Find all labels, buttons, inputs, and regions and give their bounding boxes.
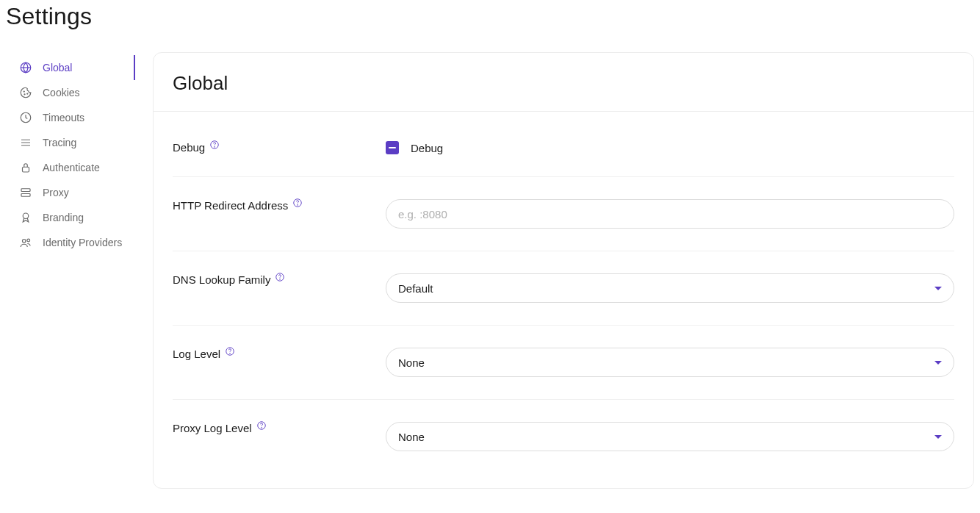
settings-sidebar: Global Cookies Timeouts Tracing [6,52,135,489]
svg-rect-5 [23,167,29,172]
svg-rect-6 [21,189,30,192]
field-dns-lookup: DNS Lookup Family Default [173,251,954,326]
sidebar-item-cookies[interactable]: Cookies [6,80,135,105]
select-value: None [398,431,425,443]
label-text: Proxy Log Level [173,422,252,434]
help-icon[interactable] [292,198,303,208]
svg-point-14 [298,204,298,205]
sidebar-item-identity-providers[interactable]: Identity Providers [6,230,135,255]
svg-point-20 [261,427,262,428]
help-icon[interactable] [225,346,235,356]
badge-icon [19,211,32,224]
field-label-http-redirect: HTTP Redirect Address [173,199,386,212]
globe-icon [19,61,32,74]
sidebar-item-label: Branding [43,212,84,223]
page-title: Settings [6,3,974,30]
label-text: DNS Lookup Family [173,273,270,286]
debug-checkbox[interactable] [386,141,399,154]
svg-point-2 [24,94,25,95]
select-value: Default [398,282,433,295]
field-http-redirect: HTTP Redirect Address [173,177,954,251]
field-label-dns: DNS Lookup Family [173,273,386,286]
sidebar-item-timeouts[interactable]: Timeouts [6,105,135,130]
chevron-down-icon [934,287,942,290]
field-label-log-level: Log Level [173,348,386,360]
label-text: HTTP Redirect Address [173,199,288,212]
sidebar-item-label: Global [43,62,72,73]
field-log-level: Log Level None [173,326,954,400]
svg-point-3 [27,93,28,94]
svg-point-9 [23,240,26,243]
sidebar-item-proxy[interactable]: Proxy [6,180,135,205]
svg-point-16 [280,279,281,279]
svg-point-10 [27,239,30,242]
sidebar-item-tracing[interactable]: Tracing [6,130,135,155]
field-proxy-log-level: Proxy Log Level None [173,400,954,473]
sidebar-item-label: Identity Providers [43,237,122,248]
sidebar-item-label: Timeouts [43,112,84,123]
http-redirect-input[interactable] [386,199,954,229]
svg-point-18 [230,353,231,354]
sidebar-item-branding[interactable]: Branding [6,205,135,230]
help-icon[interactable] [256,420,267,431]
active-indicator [134,55,135,80]
select-value: None [398,356,425,369]
svg-point-12 [215,146,215,147]
cookie-icon [19,86,32,99]
svg-point-1 [24,91,24,92]
help-icon[interactable] [209,140,220,150]
settings-panel: Global Debug Deb [153,52,974,489]
clock-icon [19,111,32,124]
field-debug: Debug Debug [173,119,954,177]
sidebar-item-label: Proxy [43,187,69,198]
sidebar-item-label: Tracing [43,137,76,148]
svg-point-8 [23,213,29,219]
sidebar-item-label: Cookies [43,87,80,98]
help-icon[interactable] [275,272,285,282]
lock-icon [19,161,32,174]
proxy-icon [19,186,32,199]
panel-title: Global [173,72,954,95]
list-icon [19,136,32,149]
label-text: Log Level [173,348,220,360]
panel-header: Global [154,53,973,112]
field-label-proxy-log-level: Proxy Log Level [173,422,386,434]
users-icon [19,236,32,249]
label-text: Debug [173,141,205,154]
log-level-select[interactable]: None [386,348,954,377]
proxy-log-level-select[interactable]: None [386,422,954,451]
chevron-down-icon [934,361,942,365]
sidebar-item-global[interactable]: Global [6,55,135,80]
sidebar-item-authenticate[interactable]: Authenticate [6,155,135,180]
field-label-debug: Debug [173,141,386,154]
checkbox-label: Debug [411,142,443,154]
sidebar-item-label: Authenticate [43,162,100,173]
indeterminate-icon [389,147,396,148]
chevron-down-icon [934,435,942,439]
dns-lookup-select[interactable]: Default [386,273,954,303]
svg-rect-7 [21,194,30,197]
